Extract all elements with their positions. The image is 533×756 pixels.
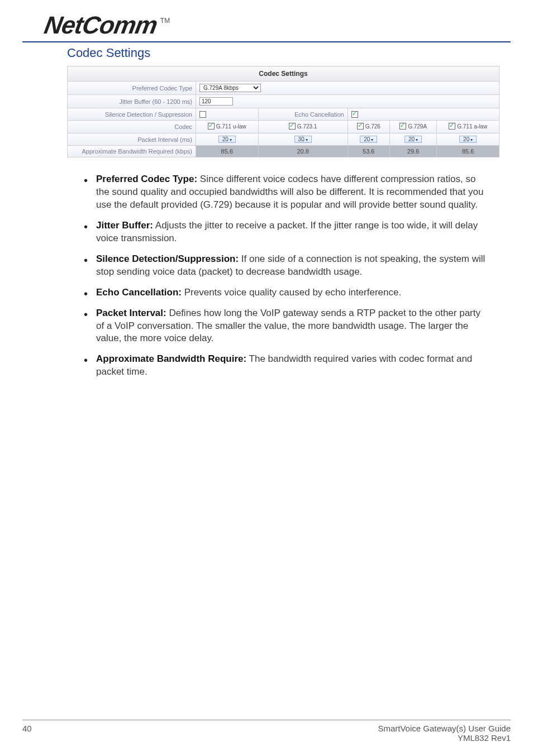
logo-trademark: TM xyxy=(160,17,170,25)
list-item: Echo Cancellation: Prevents voice qualit… xyxy=(84,286,488,299)
page-number: 40 xyxy=(22,724,32,733)
codec-g726-label: G.726 xyxy=(365,123,380,130)
term-text: Prevents voice quality caused by echo in… xyxy=(182,287,401,298)
term: Jitter Buffer: xyxy=(96,220,153,231)
codec-g729a-label: G.729A xyxy=(408,123,427,130)
term-text: Adjusts the jitter to receive a packet. … xyxy=(96,220,478,243)
silence-detection-checkbox[interactable] xyxy=(199,111,206,118)
codec-g7231-checkbox[interactable] xyxy=(289,123,296,130)
list-item: Silence Detection/Suppression: If one si… xyxy=(84,253,488,279)
codec-g711a-checkbox[interactable] xyxy=(449,123,455,130)
bandwidth-value-4: 85.6 xyxy=(437,146,499,157)
bandwidth-value-2: 53.6 xyxy=(348,146,389,157)
term: Packet Interval: xyxy=(96,308,166,318)
packet-interval-select-3[interactable]: 20▾ xyxy=(404,136,422,143)
bandwidth-label: Approximate Bandwidth Required (kbps) xyxy=(68,146,196,157)
description-list: Preferred Codec Type: Since different vo… xyxy=(84,173,488,379)
packet-interval-label: Packet Interval (ms) xyxy=(68,133,196,146)
term: Preferred Codec Type: xyxy=(96,174,197,184)
packet-interval-select-4[interactable]: 20▾ xyxy=(459,136,477,143)
codec-settings-screenshot: Codec Settings Preferred Codec Type G.72… xyxy=(67,66,499,157)
codec-g711a-label: G.711 a-law xyxy=(457,123,487,130)
bandwidth-value-1: 20.8 xyxy=(258,146,348,157)
term: Approximate Bandwidth Require: xyxy=(96,353,246,364)
bandwidth-value-3: 29.6 xyxy=(389,146,436,157)
footer-revision: YML832 Rev1 xyxy=(378,733,511,743)
preferred-codec-select[interactable]: G.729A 8kbps xyxy=(199,84,261,92)
table-header: Codec Settings xyxy=(68,66,499,82)
footer-guide-title: SmartVoice Gateway(s) User Guide xyxy=(378,724,511,733)
list-item: Preferred Codec Type: Since different vo… xyxy=(84,173,488,212)
term: Echo Cancellation: xyxy=(96,287,182,298)
packet-interval-select-2[interactable]: 20▾ xyxy=(360,136,377,143)
codec-g7231-label: G.723.1 xyxy=(297,123,317,130)
list-item: Jitter Buffer: Adjusts the jitter to rec… xyxy=(84,219,488,245)
echo-cancellation-label: Echo Cancellation xyxy=(258,108,348,121)
jitter-buffer-input[interactable] xyxy=(199,97,233,106)
codec-g711u-checkbox[interactable] xyxy=(208,123,215,130)
list-item: Approximate Bandwidth Require: The bandw… xyxy=(84,353,488,379)
preferred-codec-label: Preferred Codec Type xyxy=(68,82,196,95)
silence-detection-label: Silence Detection / Suppression xyxy=(68,108,196,121)
jitter-buffer-label: Jitter Buffer (60 - 1200 ms) xyxy=(68,95,196,108)
header-divider xyxy=(22,41,511,42)
packet-interval-select-1[interactable]: 30▾ xyxy=(294,136,312,143)
codec-g729a-checkbox[interactable] xyxy=(399,123,406,130)
logo-text: NetComm xyxy=(42,11,160,39)
echo-cancellation-checkbox[interactable] xyxy=(351,111,358,118)
codec-row-label: Codec xyxy=(68,121,196,133)
page-footer: 40 SmartVoice Gateway(s) User Guide YML8… xyxy=(22,720,511,743)
term: Silence Detection/Suppression: xyxy=(96,253,239,264)
codec-g726-checkbox[interactable] xyxy=(357,123,364,130)
list-item: Packet Interval: Defines how long the Vo… xyxy=(84,307,488,346)
brand-logo: NetComm TM xyxy=(22,11,511,39)
section-title: Codec Settings xyxy=(67,46,511,60)
bandwidth-value-0: 85.6 xyxy=(196,146,259,157)
codec-settings-table: Codec Settings Preferred Codec Type G.72… xyxy=(67,66,499,157)
packet-interval-select-0[interactable]: 20▾ xyxy=(218,136,236,143)
codec-g711u-label: G.711 u-law xyxy=(216,123,246,130)
